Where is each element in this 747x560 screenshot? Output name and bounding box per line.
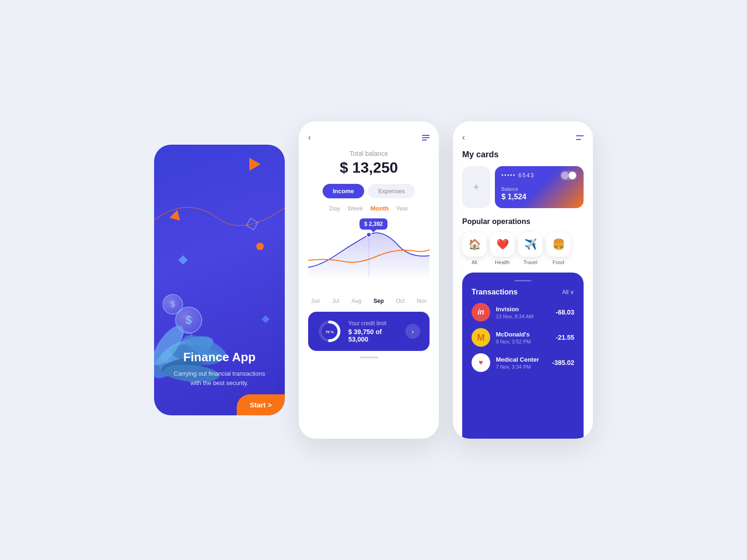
- month-oct: Oct: [396, 298, 405, 304]
- invision-name: Invision: [496, 306, 550, 313]
- transaction-mcdonalds: M McDonald's 9 Nov, 3:52 PM -21.55: [472, 328, 574, 347]
- op-all-button[interactable]: 🏠: [462, 232, 486, 257]
- back-button[interactable]: ‹: [308, 133, 311, 142]
- chart-tooltip: $ 2,392: [359, 218, 388, 230]
- month-nov: Nov: [417, 298, 427, 304]
- op-travel-button[interactable]: ✈️: [518, 232, 543, 257]
- period-day[interactable]: Day: [329, 205, 340, 212]
- expenses-tab[interactable]: Expenses: [368, 184, 415, 198]
- month-sep: Sep: [374, 298, 384, 304]
- credit-limit-widget: 75 % Your credit limit $ 39,750 of 53,00…: [308, 312, 430, 351]
- screen1-finance-app: $ $ $ Finance App Carrying out financial…: [154, 145, 285, 415]
- popular-ops-title: Popular operations: [462, 217, 584, 226]
- month-jul: Jul: [332, 298, 339, 304]
- my-cards-title: My cards: [462, 150, 584, 160]
- app-subtitle: Carrying out financial transactionswith …: [174, 369, 265, 387]
- transactions-filter[interactable]: All ∨: [562, 289, 574, 295]
- month-aug: Aug: [352, 298, 361, 304]
- screen1-content: Finance App Carrying out financial trans…: [174, 350, 265, 387]
- mcdonalds-date: 9 Nov, 3:52 PM: [496, 339, 550, 344]
- mcdonalds-amount: -21.55: [556, 334, 574, 341]
- income-chart: $ 2,392: [308, 218, 430, 293]
- card-toggle[interactable]: [560, 171, 577, 180]
- period-year[interactable]: Year: [396, 205, 408, 212]
- start-button[interactable]: Start >: [237, 394, 285, 415]
- screen2-nav: ‹: [308, 133, 430, 142]
- circle-orange-shape: [256, 243, 264, 250]
- transactions-panel: Transactions All ∨ in Invision 13 Nov, 8…: [462, 273, 584, 439]
- op-food-label: Food: [552, 259, 564, 265]
- invision-info: Invision 13 Nov, 8:34 AM: [496, 306, 550, 319]
- invision-amount: -68.03: [556, 308, 574, 316]
- cards-row: + ••••• 6543 Balance $ 1,524: [462, 166, 584, 208]
- medical-date: 7 Nov, 3:34 PM: [496, 364, 547, 370]
- screen-indicator: [359, 357, 378, 358]
- credit-info: Your credit limit $ 39,750 of 53,000: [348, 320, 399, 343]
- mcdonalds-name: McDonald's: [496, 331, 550, 338]
- bg-curve-decoration: [154, 173, 285, 266]
- month-jun: Jun: [311, 298, 320, 304]
- card-balance-label: Balance: [501, 187, 577, 192]
- home-icon: 🏠: [468, 238, 481, 251]
- bank-card: ••••• 6543 Balance $ 1,524: [495, 166, 584, 208]
- transaction-medical: ♥ Medical Center 7 Nov, 3:34 PM -385.02: [472, 353, 574, 372]
- period-selector: Day Week Month Year: [329, 205, 408, 212]
- income-expense-tabs: Income Expenses: [323, 184, 416, 198]
- credit-donut-chart: 75 %: [317, 319, 342, 343]
- screen3-nav: ‹: [462, 133, 584, 142]
- card-number-row: ••••• 6543: [501, 171, 577, 180]
- credit-label: Your credit limit: [348, 320, 399, 327]
- menu-button-3[interactable]: [576, 135, 584, 140]
- op-all: 🏠 All: [462, 232, 486, 265]
- plane-icon: ✈️: [524, 238, 537, 251]
- svg-text:75 %: 75 %: [325, 330, 334, 334]
- invision-logo: in: [472, 303, 490, 322]
- op-travel: ✈️ Travel: [518, 232, 543, 265]
- add-card-button[interactable]: +: [462, 166, 490, 208]
- diamond-shape-2: [262, 315, 270, 323]
- app-title: Finance App: [174, 350, 265, 364]
- medical-info: Medical Center 7 Nov, 3:34 PM: [496, 356, 547, 370]
- balance-label: Total balance: [350, 150, 388, 157]
- popular-operations-section: Popular operations 🏠 All ❤️ Health ✈: [462, 217, 584, 265]
- op-all-label: All: [472, 259, 477, 265]
- op-health-label: Health: [495, 259, 510, 265]
- transactions-title: Transactions: [472, 288, 518, 296]
- mcdonalds-logo: M: [472, 328, 490, 347]
- back-button-3[interactable]: ‹: [462, 133, 465, 142]
- screen3-my-cards: ‹ My cards + ••••• 6543 Balance $ 1,5: [453, 121, 593, 439]
- medical-logo: ♥: [472, 353, 490, 372]
- invision-date: 13 Nov, 8:34 AM: [496, 314, 550, 319]
- burger-icon: 🍔: [552, 238, 565, 251]
- income-tab[interactable]: Income: [323, 184, 365, 198]
- period-week[interactable]: Week: [347, 205, 363, 212]
- drag-handle: [514, 280, 531, 281]
- op-food: 🍔 Food: [546, 232, 571, 265]
- credit-arrow-button[interactable]: ›: [405, 324, 420, 339]
- op-health-button[interactable]: ❤️: [490, 232, 514, 257]
- transaction-invision: in Invision 13 Nov, 8:34 AM -68.03: [472, 303, 574, 322]
- screens-container: $ $ $ Finance App Carrying out financial…: [154, 121, 593, 439]
- months-row: Jun Jul Aug Sep Oct Nov: [308, 298, 430, 304]
- period-month[interactable]: Month: [370, 205, 388, 212]
- heart-icon: ❤️: [496, 238, 509, 251]
- credit-amount: $ 39,750 of 53,000: [348, 328, 399, 343]
- mcdonalds-info: McDonald's 9 Nov, 3:52 PM: [496, 331, 550, 344]
- menu-button[interactable]: [422, 135, 430, 140]
- card-balance-amount: $ 1,524: [501, 193, 577, 201]
- op-travel-label: Travel: [523, 259, 537, 265]
- triangle-shape-top: [249, 158, 261, 171]
- op-health: ❤️ Health: [490, 232, 514, 265]
- card-number: ••••• 6543: [501, 172, 535, 179]
- svg-point-8: [366, 232, 371, 237]
- medical-amount: -385.02: [552, 359, 574, 366]
- screen2-balance: ‹ Total balance $ 13,250 Income Expenses…: [299, 121, 439, 439]
- op-food-button[interactable]: 🍔: [546, 232, 571, 257]
- operations-row: 🏠 All ❤️ Health ✈️ Travel: [462, 232, 584, 265]
- transactions-header: Transactions All ∨: [472, 288, 574, 296]
- medical-name: Medical Center: [496, 356, 547, 363]
- balance-amount: $ 13,250: [340, 159, 398, 176]
